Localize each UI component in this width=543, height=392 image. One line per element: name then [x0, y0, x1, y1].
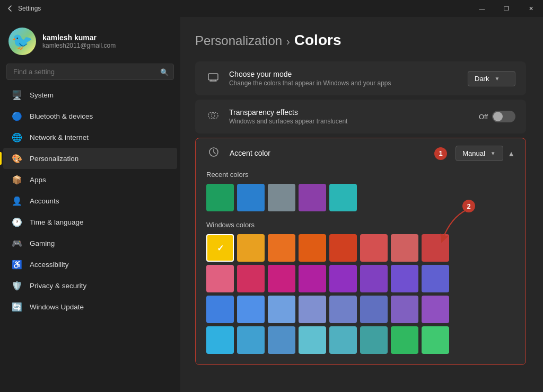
transparency-title: Transparency effects [229, 108, 470, 117]
sidebar: 🐦 kamlesh kumar kamlesh2011@gmail.com 🔍 … [0, 17, 180, 392]
transparency-info: Transparency effects Windows and surface… [229, 108, 470, 125]
nav-label-time: Time & language [30, 218, 84, 226]
nav-label-personalization: Personalization [30, 155, 78, 163]
transparency-desc: Windows and surfaces appear translucent [229, 118, 470, 125]
sidebar-item-apps[interactable]: 📦 Apps [3, 169, 177, 190]
search-box: 🔍 [6, 64, 174, 80]
windows-color-swatch-29[interactable] [360, 326, 388, 354]
windows-color-swatch-0[interactable] [206, 234, 234, 262]
sidebar-item-gaming[interactable]: 🎮 Gaming [3, 233, 177, 254]
windows-color-swatch-19[interactable] [299, 296, 326, 323]
sidebar-item-personalization[interactable]: 🎨 Personalization [3, 148, 177, 169]
transparency-icon [206, 110, 221, 124]
windows-color-swatch-18[interactable] [268, 296, 295, 323]
windows-color-swatch-20[interactable] [329, 296, 357, 323]
windows-color-swatch-1[interactable] [237, 234, 265, 262]
windows-color-swatch-26[interactable] [268, 326, 295, 354]
sidebar-item-accessibility[interactable]: ♿ Accessibility [3, 254, 177, 275]
nav-label-privacy: Privacy & security [30, 282, 86, 290]
windows-color-swatch-3[interactable] [299, 234, 326, 262]
nav-icon-system: 🖥️ [12, 90, 22, 100]
minimize-button[interactable]: — [470, 0, 494, 17]
app-container: 🐦 kamlesh kumar kamlesh2011@gmail.com 🔍 … [0, 17, 543, 392]
mode-control: Dark ▼ [468, 71, 515, 86]
windows-color-swatch-22[interactable] [391, 296, 418, 323]
accent-collapse-chevron[interactable]: ▲ [507, 149, 515, 158]
windows-color-swatch-4[interactable] [329, 234, 357, 262]
accent-title: Accent color [230, 149, 426, 157]
titlebar-left: Settings [6, 5, 41, 12]
accent-value: Manual [462, 149, 485, 157]
mode-desc: Change the colors that appear in Windows… [229, 79, 459, 87]
nav-label-gaming: Gaming [30, 239, 55, 247]
transparency-toggle[interactable] [492, 111, 515, 122]
transparency-toggle-label: Off [479, 113, 488, 121]
windows-color-swatch-15[interactable] [422, 265, 449, 292]
windows-color-swatch-25[interactable] [237, 326, 265, 354]
user-email: kamlesh2011@gmail.com [42, 42, 116, 49]
page-header: Personalization › Colors [195, 32, 526, 49]
recent-color-swatch-0[interactable] [206, 184, 234, 211]
windows-color-swatch-10[interactable] [268, 265, 295, 292]
windows-color-swatch-11[interactable] [299, 265, 326, 292]
windows-color-swatch-17[interactable] [237, 296, 265, 323]
windows-colors-grid [206, 234, 515, 354]
mode-dropdown-chevron: ▼ [494, 76, 500, 82]
accent-control: Manual ▼ ▲ [456, 146, 515, 161]
windows-color-swatch-14[interactable] [391, 265, 418, 292]
recent-color-swatch-3[interactable] [299, 184, 326, 211]
nav-icon-time: 🕐 [12, 217, 22, 227]
nav-label-update: Windows Update [30, 303, 84, 311]
sidebar-item-update[interactable]: 🔄 Windows Update [3, 296, 177, 317]
mode-setting: Choose your mode Change the colors that … [195, 61, 526, 95]
windows-color-swatch-12[interactable] [329, 265, 357, 292]
windows-color-swatch-30[interactable] [391, 326, 418, 354]
nav-icon-network: 🌐 [12, 132, 22, 142]
annotation-arrow [435, 207, 477, 244]
svg-point-1 [208, 112, 215, 119]
accent-dropdown[interactable]: Manual ▼ [456, 146, 503, 161]
recent-color-swatch-4[interactable] [329, 184, 357, 211]
avatar: 🐦 [8, 28, 36, 55]
accent-dropdown-chevron: ▼ [491, 150, 496, 156]
windows-color-swatch-6[interactable] [391, 234, 418, 262]
recent-color-swatch-2[interactable] [268, 184, 295, 211]
sidebar-item-privacy[interactable]: 🛡️ Privacy & security [3, 275, 177, 296]
sidebar-item-time[interactable]: 🕐 Time & language [3, 211, 177, 233]
accent-body: Recent colors Windows colors 2 [196, 171, 526, 364]
windows-color-swatch-27[interactable] [299, 326, 326, 354]
mode-title: Choose your mode [229, 70, 459, 78]
nav-label-apps: Apps [30, 176, 46, 184]
nav-icon-accessibility: ♿ [12, 259, 22, 270]
windows-color-swatch-13[interactable] [360, 265, 388, 292]
windows-color-swatch-16[interactable] [206, 296, 234, 323]
sidebar-item-system[interactable]: 🖥️ System [3, 84, 177, 105]
windows-color-swatch-21[interactable] [360, 296, 388, 323]
sidebar-item-network[interactable]: 🌐 Network & internet [3, 127, 177, 148]
search-input[interactable] [6, 64, 174, 80]
windows-color-swatch-23[interactable] [422, 296, 449, 323]
back-icon[interactable] [6, 5, 14, 12]
close-button[interactable]: ✕ [519, 0, 543, 17]
windows-color-swatch-24[interactable] [206, 326, 234, 354]
windows-color-swatch-31[interactable] [422, 326, 449, 354]
windows-color-swatch-5[interactable] [360, 234, 388, 262]
nav-list: 🖥️ System 🔵 Bluetooth & devices 🌐 Networ… [0, 84, 180, 317]
accent-icon [206, 146, 221, 161]
mode-dropdown[interactable]: Dark ▼ [468, 71, 515, 86]
nav-icon-apps: 📦 [12, 174, 22, 185]
nav-label-accessibility: Accessibility [30, 261, 69, 269]
transparency-setting: Transparency effects Windows and surface… [195, 100, 526, 133]
windows-color-swatch-9[interactable] [237, 265, 265, 292]
recent-colors-label: Recent colors [206, 171, 515, 179]
windows-color-swatch-8[interactable] [206, 265, 234, 292]
windows-color-swatch-2[interactable] [268, 234, 295, 262]
svg-rect-0 [208, 74, 218, 80]
windows-color-swatch-28[interactable] [329, 326, 357, 354]
mode-info: Choose your mode Change the colors that … [229, 70, 459, 87]
restore-button[interactable]: ❐ [494, 0, 519, 17]
sidebar-item-accounts[interactable]: 👤 Accounts [3, 190, 177, 211]
sidebar-item-bluetooth[interactable]: 🔵 Bluetooth & devices [3, 105, 177, 127]
recent-color-swatch-1[interactable] [237, 184, 265, 211]
window-controls: — ❐ ✕ [470, 0, 543, 17]
